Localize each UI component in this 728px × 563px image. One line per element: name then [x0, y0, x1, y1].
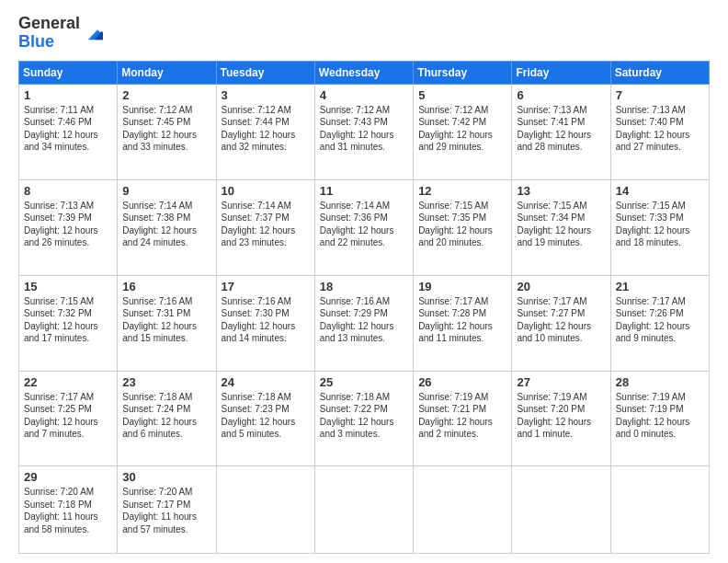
- cell-day-number: 9: [122, 184, 210, 198]
- cell-day-number: 1: [24, 88, 112, 102]
- cell-info: Sunrise: 7:13 AMSunset: 7:39 PMDaylight:…: [24, 201, 98, 248]
- calendar-week-1: 1Sunrise: 7:11 AMSunset: 7:46 PMDaylight…: [19, 84, 710, 179]
- calendar-cell-5: 5Sunrise: 7:12 AMSunset: 7:42 PMDaylight…: [414, 84, 512, 179]
- cell-day-number: 15: [24, 280, 112, 293]
- cell-day-number: 12: [418, 184, 506, 198]
- calendar-cell-30: 30Sunrise: 7:20 AMSunset: 7:17 PMDayligh…: [118, 466, 216, 554]
- cell-day-number: 4: [320, 88, 408, 102]
- cell-day-number: 27: [517, 375, 605, 389]
- cell-info: Sunrise: 7:19 AMSunset: 7:20 PMDaylight:…: [517, 392, 591, 440]
- cell-day-number: 24: [222, 375, 310, 389]
- cell-info: Sunrise: 7:13 AMSunset: 7:40 PMDaylight:…: [616, 105, 690, 153]
- day-header-tuesday: Tuesday: [216, 61, 314, 84]
- calendar-cell-26: 26Sunrise: 7:19 AMSunset: 7:21 PMDayligh…: [414, 371, 512, 466]
- cell-info: Sunrise: 7:15 AMSunset: 7:35 PMDaylight:…: [418, 201, 493, 248]
- cell-info: Sunrise: 7:15 AMSunset: 7:33 PMDaylight:…: [616, 201, 690, 248]
- logo-icon: [83, 23, 103, 43]
- calendar-cell-empty: [414, 466, 512, 554]
- day-header-thursday: Thursday: [414, 61, 512, 84]
- cell-day-number: 19: [418, 280, 506, 293]
- day-header-monday: Monday: [118, 61, 216, 84]
- cell-info: Sunrise: 7:12 AMSunset: 7:42 PMDaylight:…: [418, 105, 493, 153]
- cell-day-number: 8: [24, 184, 112, 198]
- calendar-cell-3: 3Sunrise: 7:12 AMSunset: 7:44 PMDaylight…: [216, 84, 314, 179]
- calendar-cell-7: 7Sunrise: 7:13 AMSunset: 7:40 PMDaylight…: [610, 84, 709, 179]
- logo-general: General: [18, 14, 80, 32]
- cell-day-number: 25: [320, 375, 408, 389]
- cell-info: Sunrise: 7:17 AMSunset: 7:26 PMDaylight:…: [616, 296, 690, 344]
- cell-info: Sunrise: 7:13 AMSunset: 7:41 PMDaylight:…: [517, 105, 591, 153]
- calendar-cell-6: 6Sunrise: 7:13 AMSunset: 7:41 PMDaylight…: [512, 84, 610, 179]
- calendar-cell-24: 24Sunrise: 7:18 AMSunset: 7:23 PMDayligh…: [216, 371, 314, 466]
- cell-day-number: 17: [222, 280, 310, 293]
- header: General Blue: [18, 15, 710, 52]
- cell-day-number: 5: [418, 88, 506, 102]
- cell-info: Sunrise: 7:18 AMSunset: 7:22 PMDaylight:…: [320, 392, 394, 440]
- calendar-cell-empty: [314, 466, 413, 554]
- calendar-cell-1: 1Sunrise: 7:11 AMSunset: 7:46 PMDaylight…: [19, 84, 118, 179]
- cell-day-number: 21: [616, 280, 704, 293]
- calendar-cell-9: 9Sunrise: 7:14 AMSunset: 7:38 PMDaylight…: [118, 179, 216, 275]
- cell-info: Sunrise: 7:17 AMSunset: 7:25 PMDaylight:…: [24, 392, 98, 440]
- cell-day-number: 7: [616, 88, 704, 102]
- logo-blue: Blue: [18, 32, 54, 51]
- cell-day-number: 11: [320, 184, 408, 198]
- cell-day-number: 18: [320, 280, 408, 293]
- page: General Blue SundayMondayTuesdayWednesda…: [0, 0, 728, 563]
- calendar-cell-28: 28Sunrise: 7:19 AMSunset: 7:19 PMDayligh…: [610, 371, 709, 466]
- cell-info: Sunrise: 7:12 AMSunset: 7:43 PMDaylight:…: [320, 105, 394, 153]
- cell-info: Sunrise: 7:19 AMSunset: 7:21 PMDaylight:…: [418, 392, 493, 440]
- cell-info: Sunrise: 7:18 AMSunset: 7:23 PMDaylight:…: [222, 392, 296, 440]
- cell-day-number: 29: [24, 470, 112, 484]
- calendar-cell-13: 13Sunrise: 7:15 AMSunset: 7:34 PMDayligh…: [512, 179, 610, 275]
- day-header-friday: Friday: [512, 61, 610, 84]
- calendar-cell-8: 8Sunrise: 7:13 AMSunset: 7:39 PMDaylight…: [19, 179, 118, 275]
- calendar-cell-22: 22Sunrise: 7:17 AMSunset: 7:25 PMDayligh…: [19, 371, 118, 466]
- logo: General Blue: [18, 15, 103, 52]
- calendar-cell-18: 18Sunrise: 7:16 AMSunset: 7:29 PMDayligh…: [314, 275, 413, 371]
- logo-text: General Blue: [18, 15, 80, 52]
- cell-info: Sunrise: 7:17 AMSunset: 7:27 PMDaylight:…: [517, 296, 591, 344]
- calendar-cell-20: 20Sunrise: 7:17 AMSunset: 7:27 PMDayligh…: [512, 275, 610, 371]
- cell-info: Sunrise: 7:14 AMSunset: 7:38 PMDaylight:…: [122, 201, 197, 248]
- calendar-cell-29: 29Sunrise: 7:20 AMSunset: 7:18 PMDayligh…: [19, 466, 118, 554]
- day-header-saturday: Saturday: [610, 61, 709, 84]
- cell-info: Sunrise: 7:12 AMSunset: 7:44 PMDaylight:…: [222, 105, 296, 153]
- cell-info: Sunrise: 7:18 AMSunset: 7:24 PMDaylight:…: [122, 392, 197, 440]
- cell-info: Sunrise: 7:15 AMSunset: 7:32 PMDaylight:…: [24, 296, 98, 344]
- day-header-sunday: Sunday: [19, 61, 118, 84]
- cell-info: Sunrise: 7:20 AMSunset: 7:17 PMDaylight:…: [122, 487, 197, 534]
- calendar-cell-19: 19Sunrise: 7:17 AMSunset: 7:28 PMDayligh…: [414, 275, 512, 371]
- cell-day-number: 10: [222, 184, 310, 198]
- cell-info: Sunrise: 7:20 AMSunset: 7:18 PMDaylight:…: [24, 487, 98, 534]
- calendar-week-2: 8Sunrise: 7:13 AMSunset: 7:39 PMDaylight…: [19, 179, 710, 275]
- calendar-cell-15: 15Sunrise: 7:15 AMSunset: 7:32 PMDayligh…: [19, 275, 118, 371]
- cell-day-number: 13: [517, 184, 605, 198]
- cell-info: Sunrise: 7:16 AMSunset: 7:29 PMDaylight:…: [320, 296, 394, 344]
- cell-day-number: 14: [616, 184, 704, 198]
- cell-info: Sunrise: 7:16 AMSunset: 7:30 PMDaylight:…: [222, 296, 296, 344]
- calendar-cell-17: 17Sunrise: 7:16 AMSunset: 7:30 PMDayligh…: [216, 275, 314, 371]
- calendar-week-3: 15Sunrise: 7:15 AMSunset: 7:32 PMDayligh…: [19, 275, 710, 371]
- cell-info: Sunrise: 7:17 AMSunset: 7:28 PMDaylight:…: [418, 296, 493, 344]
- cell-day-number: 28: [616, 375, 704, 389]
- cell-info: Sunrise: 7:14 AMSunset: 7:37 PMDaylight:…: [222, 201, 296, 248]
- calendar-week-5: 29Sunrise: 7:20 AMSunset: 7:18 PMDayligh…: [19, 466, 710, 554]
- calendar-cell-23: 23Sunrise: 7:18 AMSunset: 7:24 PMDayligh…: [118, 371, 216, 466]
- calendar-cell-2: 2Sunrise: 7:12 AMSunset: 7:45 PMDaylight…: [118, 84, 216, 179]
- calendar-cell-14: 14Sunrise: 7:15 AMSunset: 7:33 PMDayligh…: [610, 179, 709, 275]
- cell-day-number: 20: [517, 280, 605, 293]
- cell-day-number: 30: [122, 470, 210, 484]
- calendar-cell-16: 16Sunrise: 7:16 AMSunset: 7:31 PMDayligh…: [118, 275, 216, 371]
- cell-info: Sunrise: 7:14 AMSunset: 7:36 PMDaylight:…: [320, 201, 394, 248]
- cell-day-number: 22: [24, 375, 112, 389]
- calendar-cell-25: 25Sunrise: 7:18 AMSunset: 7:22 PMDayligh…: [314, 371, 413, 466]
- calendar-week-4: 22Sunrise: 7:17 AMSunset: 7:25 PMDayligh…: [19, 371, 710, 466]
- calendar-cell-4: 4Sunrise: 7:12 AMSunset: 7:43 PMDaylight…: [314, 84, 413, 179]
- calendar-cell-12: 12Sunrise: 7:15 AMSunset: 7:35 PMDayligh…: [414, 179, 512, 275]
- calendar-cell-11: 11Sunrise: 7:14 AMSunset: 7:36 PMDayligh…: [314, 179, 413, 275]
- day-header-wednesday: Wednesday: [314, 61, 413, 84]
- calendar-cell-empty: [610, 466, 709, 554]
- calendar-cell-empty: [216, 466, 314, 554]
- cell-day-number: 16: [122, 280, 210, 293]
